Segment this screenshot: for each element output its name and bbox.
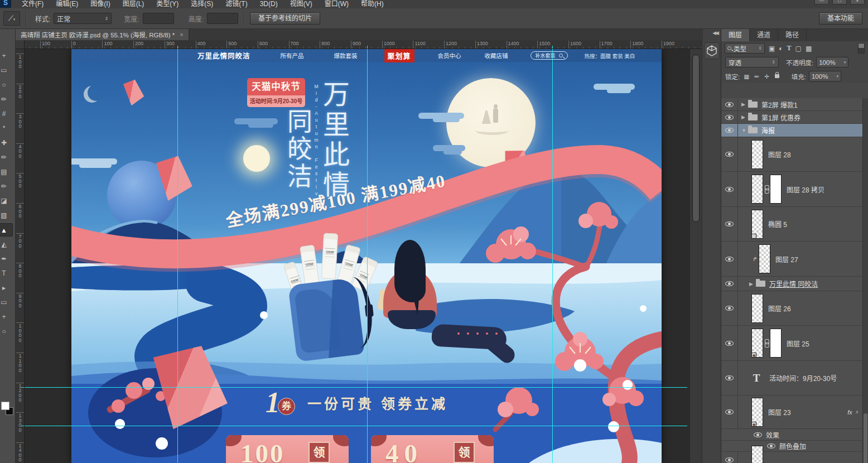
menu-选择(S)[interactable]: 选择(S) [185, 0, 219, 8]
visibility-eye-icon[interactable] [725, 221, 734, 226]
panel-scrollbar[interactable] [862, 98, 868, 463]
layer-row[interactable]: ▦图层 25 [721, 326, 863, 361]
layer-row[interactable]: T活动时间：9月20-30号 [721, 361, 863, 396]
lock-position-icon[interactable]: ✛ [764, 73, 769, 80]
layer-name[interactable]: 图层 27 [775, 254, 798, 264]
layer-name[interactable]: 活动时间：9月20-30号 [769, 373, 837, 383]
layer-thumbnail[interactable]: ▦ [751, 398, 763, 427]
slices-from-guides-button[interactable]: 基于参考线的切片 [250, 12, 320, 25]
expand-caret[interactable]: ▼ [741, 128, 748, 133]
claim-button[interactable]: 领 [454, 442, 475, 463]
filter-shape-icon[interactable]: ▢ [795, 45, 802, 52]
coupon-card-100[interactable]: 100 领 [226, 435, 349, 463]
layer-name[interactable]: 图层 28 [768, 149, 791, 159]
tab-layers[interactable]: 图层 [721, 29, 750, 41]
eraser-tool[interactable]: ◪ [0, 194, 13, 208]
expand-caret[interactable]: ▶ [749, 281, 756, 287]
visibility-eye-icon[interactable] [725, 115, 734, 120]
layer-row[interactable]: 图层 28 拷贝 [721, 172, 863, 207]
layer-thumbnail[interactable] [751, 446, 763, 463]
guide-vertical[interactable] [177, 49, 178, 463]
layer-name[interactable]: 海报 [761, 126, 775, 135]
claim-button[interactable]: 领 [308, 442, 330, 463]
menu-类型(Y)[interactable]: 类型(Y) [150, 0, 185, 8]
workspace-button[interactable]: 基本功能 [819, 12, 862, 25]
layer-group-row[interactable]: ▶第1屏 优惠券 [721, 111, 863, 124]
juhuasuan-badge[interactable]: 聚划算 [384, 49, 414, 62]
foreground-color-swatch[interactable] [1, 402, 9, 410]
type-tool[interactable]: T [0, 267, 13, 280]
dodge-tool[interactable]: ◭ [0, 238, 13, 251]
layer-row[interactable]: ↳图层 27 [721, 242, 863, 277]
layer-name[interactable]: 图层 26 [768, 303, 791, 313]
mask-link-icon[interactable] [764, 339, 769, 347]
guide-horizontal[interactable] [25, 426, 687, 426]
style-dropdown[interactable]: 正常⇕ [54, 13, 112, 24]
filter-smartobject-icon[interactable]: ▦ [806, 45, 812, 52]
layer-thumbnail[interactable] [759, 244, 770, 273]
layer-name[interactable]: 万里此情 同皎洁 [769, 279, 818, 288]
filter-type-dropdown[interactable]: 类型⇕ [725, 43, 765, 54]
layer-row[interactable] [721, 452, 863, 463]
layer-row[interactable]: ▢椭圆 5 [721, 207, 863, 242]
vertical-ruler[interactable]: 1002003004005006007008009001000110012001… [16, 49, 25, 463]
layer-thumbnail[interactable] [751, 294, 763, 323]
nav-link-all-products[interactable]: 所有产品 [281, 51, 304, 60]
visibility-eye-icon[interactable] [725, 128, 734, 133]
visibility-eye-icon[interactable] [725, 341, 734, 346]
visibility-eye-icon[interactable] [725, 281, 734, 286]
layer-thumbnail[interactable]: ▢ [751, 210, 763, 239]
hand-tool[interactable]: + [0, 310, 13, 324]
shop-search-box[interactable]: 补水套装 [531, 51, 568, 60]
expand-caret[interactable]: ▶ [741, 102, 748, 107]
close-tab-icon[interactable]: × [180, 31, 183, 38]
menu-图层(L)[interactable]: 图层(L) [117, 0, 151, 8]
layer-name[interactable]: 椭圆 5 [768, 219, 787, 229]
menu-3D(D)[interactable]: 3D(D) [254, 0, 284, 8]
lock-transparency-icon[interactable]: ▦ [744, 73, 749, 80]
collapse-panels-icon[interactable]: ◀◀ [712, 30, 718, 36]
color-swatches[interactable] [1, 402, 15, 416]
layer-name[interactable]: 图层 25 [787, 339, 809, 348]
3d-panel-icon[interactable] [704, 42, 720, 59]
gradient-tool[interactable]: ▧ [0, 209, 13, 222]
nav-link-favorite-shop[interactable]: 收藏店铺 [485, 51, 508, 60]
visibility-eye-icon[interactable] [725, 187, 734, 192]
opacity-value[interactable]: 100%▾ [816, 57, 848, 67]
visibility-eye-icon[interactable] [754, 432, 762, 437]
document-tab[interactable]: 高靖翔 店铺主页 欧诗漫.psd @ 55.1% (海报, RGB/8) * × [16, 29, 189, 40]
height-input[interactable] [207, 13, 238, 24]
poster-canvas[interactable]: 全场满299减100 满199减40 天猫中秋节 活动时间:9月20-30号 万… [71, 49, 662, 463]
menu-视图(V)[interactable]: 视图(V) [284, 0, 319, 8]
crop-slice-tool[interactable]: # [0, 107, 13, 120]
window-control[interactable]: □ [832, 0, 847, 4]
canvas-vertical-scrollbar[interactable] [689, 49, 702, 463]
nav-link-hot-sets[interactable]: 爆款套装 [334, 51, 358, 60]
pen-tool[interactable]: ✒ [0, 252, 13, 266]
shop-brand[interactable]: 万里此情同皎洁 [197, 50, 250, 61]
tab-channels[interactable]: 通道 [750, 29, 778, 41]
marquee-tool[interactable]: ▭ [0, 64, 13, 77]
layer-row[interactable]: 图层 26 [721, 291, 863, 326]
slice-tool-preset[interactable]: ⟋▾ [3, 11, 20, 26]
menu-窗口(W)[interactable]: 窗口(W) [319, 0, 355, 8]
mask-link-icon[interactable] [764, 185, 769, 193]
move-tool[interactable]: + [0, 49, 13, 62]
visibility-eye-icon[interactable] [725, 409, 734, 414]
guide-vertical[interactable] [552, 49, 553, 463]
fx-collapse-icon[interactable]: ˄ [856, 409, 859, 415]
layer-group-row[interactable]: ▶第2屏 爆款1 [721, 98, 863, 111]
menu-编辑(E)[interactable]: 编辑(E) [50, 0, 84, 8]
blur-tool[interactable]: ▲ [0, 223, 13, 237]
window-control[interactable]: × [850, 0, 865, 4]
effects-label[interactable]: 效果 [766, 430, 779, 440]
blend-mode-dropdown[interactable]: 穿透⇕ [725, 57, 779, 67]
filter-toggle[interactable] [858, 43, 865, 54]
filter-type-icon[interactable]: T [787, 44, 792, 52]
width-input[interactable] [143, 13, 174, 24]
horizontal-ruler[interactable]: 1000100200300400500600700800900100011001… [16, 40, 703, 49]
nav-link-member-center[interactable]: 会员中心 [438, 51, 461, 60]
filter-pixel-icon[interactable]: ▣ [769, 45, 775, 52]
menu-文件(F)[interactable]: 文件(F) [16, 0, 50, 8]
coupon-card-40[interactable]: 40 领 [371, 435, 494, 463]
